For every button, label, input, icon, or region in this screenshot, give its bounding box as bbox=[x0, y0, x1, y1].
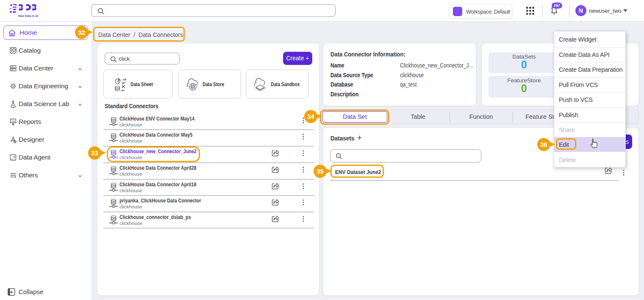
svg-text:Raw Data to AI: Raw Data to AI bbox=[18, 14, 38, 17]
